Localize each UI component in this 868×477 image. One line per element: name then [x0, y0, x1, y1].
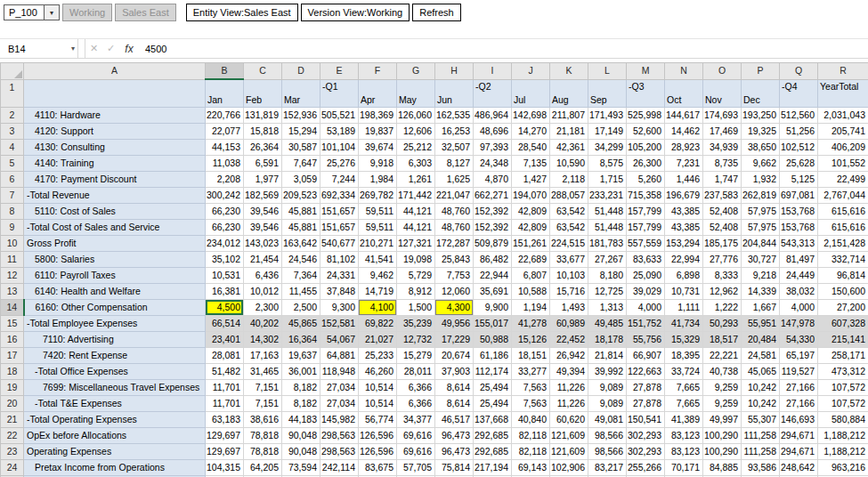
- row-number[interactable]: 4: [1, 140, 24, 156]
- column-header-Q[interactable]: Q: [780, 63, 818, 80]
- cell-R2[interactable]: 2,031,043: [818, 108, 868, 124]
- cell-F23[interactable]: 126,596: [359, 444, 397, 460]
- cell-R17[interactable]: 258,171: [818, 348, 868, 364]
- cell-R4[interactable]: 406,209: [818, 140, 868, 156]
- row-number[interactable]: 8: [1, 204, 24, 220]
- cell-O12[interactable]: 8,333: [703, 268, 742, 284]
- row-label[interactable]: 4140: Training: [24, 156, 206, 172]
- cell-K12[interactable]: 10,103: [550, 268, 588, 284]
- cell-O2[interactable]: 174,693: [703, 108, 742, 124]
- cell-N9[interactable]: 43,385: [665, 220, 703, 236]
- cell-C24[interactable]: 64,205: [244, 460, 282, 476]
- cell-C22[interactable]: 78,818: [244, 428, 282, 444]
- period-header-cell[interactable]: Oct: [665, 79, 703, 108]
- cell-O6[interactable]: 1,747: [703, 172, 742, 188]
- cell-E17[interactable]: 64,881: [320, 348, 359, 364]
- cell-G8[interactable]: 44,121: [397, 204, 435, 220]
- formula-input[interactable]: 4500: [139, 44, 868, 54]
- row-label[interactable]: 4110: Hardware: [24, 108, 206, 124]
- cell-C4[interactable]: 26,364: [244, 140, 282, 156]
- cell-H6[interactable]: 1,625: [435, 172, 474, 188]
- cell-N14[interactable]: 1,111: [665, 300, 703, 316]
- column-header-R[interactable]: R: [818, 63, 868, 80]
- cell-D19[interactable]: 8,182: [282, 380, 320, 396]
- cell-N22[interactable]: 83,123: [665, 428, 703, 444]
- cell-O16[interactable]: 18,517: [703, 332, 742, 348]
- period-header-cell[interactable]: -Q3: [627, 79, 665, 108]
- cell-C2[interactable]: 131,819: [244, 108, 282, 124]
- row-label[interactable]: -Total Office Expenses: [24, 364, 206, 380]
- cell-F17[interactable]: 25,233: [359, 348, 397, 364]
- cell-J20[interactable]: 7,563: [512, 396, 550, 412]
- cell-K20[interactable]: 11,226: [550, 396, 588, 412]
- cell-L8[interactable]: 51,448: [588, 204, 627, 220]
- row-label[interactable]: -Total Cost of Sales and Service: [24, 220, 206, 236]
- row-number[interactable]: 12: [1, 268, 24, 284]
- column-header-K[interactable]: K: [550, 63, 588, 80]
- cell-D3[interactable]: 15,294: [282, 124, 320, 140]
- cell-D8[interactable]: 45,881: [282, 204, 320, 220]
- cell-M23[interactable]: 302,293: [627, 444, 665, 460]
- column-header-P[interactable]: P: [742, 63, 780, 80]
- cell-K15[interactable]: 60,989: [550, 316, 588, 332]
- dropdown-arrow-icon[interactable]: ▾: [44, 5, 59, 20]
- cell-G11[interactable]: 19,098: [397, 252, 435, 268]
- cell-E18[interactable]: 118,948: [320, 364, 359, 380]
- cell-O4[interactable]: 34,939: [703, 140, 742, 156]
- cell-N4[interactable]: 28,923: [665, 140, 703, 156]
- cell-D14[interactable]: 2,500: [282, 300, 320, 316]
- cell-J18[interactable]: 33,277: [512, 364, 550, 380]
- cell-N16[interactable]: 15,329: [665, 332, 703, 348]
- cell-Q22[interactable]: 294,671: [780, 428, 818, 444]
- row-number[interactable]: 2: [1, 108, 24, 124]
- cell-N11[interactable]: 22,994: [665, 252, 703, 268]
- cell-E22[interactable]: 298,563: [320, 428, 359, 444]
- row-label[interactable]: Pretax Income from Operations: [24, 460, 206, 476]
- cell-M2[interactable]: 525,998: [627, 108, 665, 124]
- row-label[interactable]: 4130: Consulting: [24, 140, 206, 156]
- cell-O18[interactable]: 40,738: [703, 364, 742, 380]
- cell-H21[interactable]: 46,517: [435, 412, 474, 428]
- cell-R5[interactable]: 101,552: [818, 156, 868, 172]
- cell-B10[interactable]: 234,012: [206, 236, 244, 252]
- cell-Q12[interactable]: 24,449: [780, 268, 818, 284]
- cell-I6[interactable]: 4,870: [474, 172, 512, 188]
- cell-J9[interactable]: 42,809: [512, 220, 550, 236]
- cell-C3[interactable]: 15,818: [244, 124, 282, 140]
- cell-O10[interactable]: 185,175: [703, 236, 742, 252]
- cell-K24[interactable]: 102,906: [550, 460, 588, 476]
- cell-K13[interactable]: 15,716: [550, 284, 588, 300]
- row-number[interactable]: 23: [1, 444, 24, 460]
- cell-I20[interactable]: 25,494: [474, 396, 512, 412]
- cell-R8[interactable]: 615,616: [818, 204, 868, 220]
- cell-N15[interactable]: 41,734: [665, 316, 703, 332]
- cell-B16[interactable]: 23,401: [206, 332, 244, 348]
- cell-H20[interactable]: 8,614: [435, 396, 474, 412]
- cell-I7[interactable]: 662,271: [474, 188, 512, 204]
- cell-K17[interactable]: 26,942: [550, 348, 588, 364]
- cell-F9[interactable]: 59,511: [359, 220, 397, 236]
- row-number[interactable]: 6: [1, 172, 24, 188]
- cell-M13[interactable]: 39,029: [627, 284, 665, 300]
- cell-M20[interactable]: 27,878: [627, 396, 665, 412]
- column-header-G[interactable]: G: [397, 63, 435, 80]
- cell-N17[interactable]: 18,395: [665, 348, 703, 364]
- cell-G2[interactable]: 126,060: [397, 108, 435, 124]
- cell-D16[interactable]: 16,364: [282, 332, 320, 348]
- cell-F18[interactable]: 46,260: [359, 364, 397, 380]
- cell-I13[interactable]: 35,691: [474, 284, 512, 300]
- cell-B8[interactable]: 66,230: [206, 204, 244, 220]
- column-header-M[interactable]: M: [627, 63, 665, 80]
- cell-Q21[interactable]: 146,693: [780, 412, 818, 428]
- cell-L22[interactable]: 98,566: [588, 428, 627, 444]
- row-number[interactable]: 14: [1, 300, 24, 316]
- cell-J17[interactable]: 18,151: [512, 348, 550, 364]
- cell-G17[interactable]: 15,279: [397, 348, 435, 364]
- cell-L6[interactable]: 1,715: [588, 172, 627, 188]
- cell-I12[interactable]: 22,944: [474, 268, 512, 284]
- version-view-button[interactable]: Version View:Working: [301, 4, 410, 21]
- cell-E14[interactable]: 9,300: [320, 300, 359, 316]
- cell-K14[interactable]: 1,493: [550, 300, 588, 316]
- cell-F11[interactable]: 41,541: [359, 252, 397, 268]
- cell-L3[interactable]: 17,149: [588, 124, 627, 140]
